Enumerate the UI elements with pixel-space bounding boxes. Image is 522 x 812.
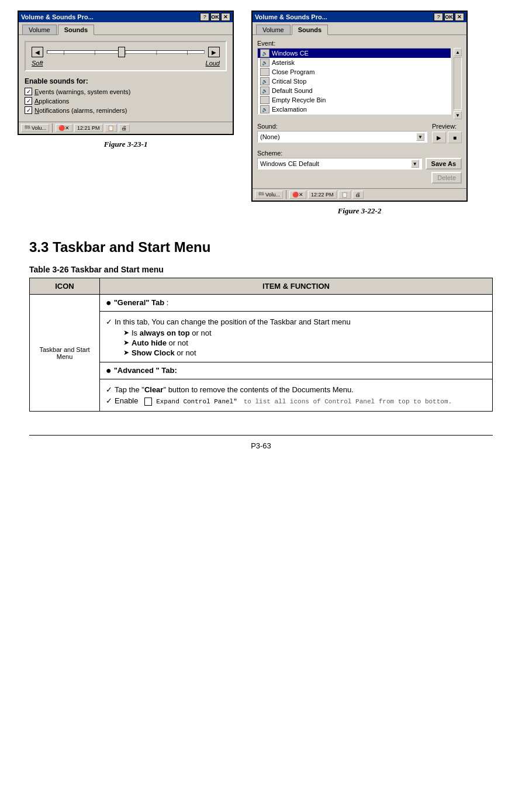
- footer-area: P3-63: [29, 435, 493, 450]
- event-icon-exclamation: 🔊: [260, 105, 269, 113]
- figure2-titlebar: Volume & Sounds Pro... ? OK ✕: [253, 12, 466, 22]
- close-button[interactable]: ✕: [221, 13, 230, 21]
- checkbox-events-box[interactable]: ✓: [25, 88, 32, 95]
- page-footer: P3-63: [29, 441, 493, 450]
- start-button-fig2[interactable]: 🏁 Volu...: [255, 191, 283, 199]
- enable-sounds-title: Enable sounds for:: [25, 77, 227, 85]
- clock-display-fig1: 12:21 PM: [77, 125, 100, 131]
- scheme-dropdown[interactable]: Windows CE Default ▼: [257, 158, 422, 170]
- taskbar-icon3[interactable]: 🖨: [119, 124, 130, 132]
- clear-desc: Tap the "Clear" button to remove the con…: [115, 385, 354, 394]
- vol-labels: Soft Loud: [32, 60, 220, 67]
- event-icon-close: [260, 68, 269, 76]
- event-exclamation[interactable]: 🔊 Exclamation: [258, 105, 451, 114]
- general-tab-desc-cell: ✓ In this tab, You can change the positi…: [100, 312, 493, 362]
- checkbox-applications[interactable]: ✓ Applications: [25, 97, 227, 105]
- slider-track[interactable]: | | | | |: [47, 50, 205, 54]
- event-critical-stop[interactable]: 🔊 Critical Stop: [258, 77, 451, 86]
- taskbar-sep1: [52, 123, 53, 133]
- close-button-fig2[interactable]: ✕: [455, 13, 464, 21]
- figure2-sounds-content: Event: 🔊 Windows CE 🔊 Asterisk: [253, 35, 466, 188]
- tab-sounds-fig1[interactable]: Sounds: [58, 25, 94, 35]
- checkbox-events[interactable]: ✓ Events (warnings, system events): [25, 88, 227, 95]
- scheme-label: Scheme:: [257, 150, 462, 157]
- ok-button-fig2[interactable]: OK: [444, 13, 454, 21]
- sound-dropdown-arrow[interactable]: ▼: [416, 133, 424, 141]
- scroll-up-button[interactable]: ▲: [454, 48, 462, 56]
- checkmark-clear: ✓: [106, 385, 112, 394]
- tab-sounds-fig2[interactable]: Sounds: [292, 25, 328, 35]
- tab-volume-fig2[interactable]: Volume: [256, 25, 291, 34]
- taskbar-icon1[interactable]: 🔴✕: [56, 124, 72, 132]
- event-windows-ce[interactable]: 🔊 Windows CE: [258, 49, 451, 58]
- checkbox-applications-label: Applications: [34, 98, 69, 105]
- taskbar2-icon2[interactable]: 📋: [338, 191, 351, 199]
- checkbox-notifications-box[interactable]: ✓: [25, 106, 32, 114]
- event-empty-recycle[interactable]: Empty Recycle Bin: [258, 95, 451, 105]
- figure1-tabs: Volume Sounds: [19, 22, 233, 35]
- general-tab-cell: ● "General" Tab :: [100, 295, 493, 312]
- scheme-dropdown-value: Windows CE Default: [260, 160, 319, 167]
- event-list[interactable]: 🔊 Windows CE 🔊 Asterisk Close Program: [257, 48, 451, 115]
- figure2-titlebar-buttons: ? OK ✕: [434, 13, 464, 21]
- event-icon-recycle: [260, 96, 269, 104]
- event-close-program[interactable]: Close Program: [258, 67, 451, 77]
- taskbar2-icon3[interactable]: 🖨: [352, 191, 364, 199]
- sub-item-show-clock: ➤ Show Clock or not: [123, 348, 486, 357]
- general-tab-row: ● "General" Tab :: [106, 298, 486, 307]
- clock-display-fig2: 12:22 PM: [311, 192, 334, 198]
- event-name-exclamation: Exclamation: [272, 106, 307, 113]
- vol-increase-button[interactable]: ▶: [208, 47, 220, 57]
- checkbox-notifications[interactable]: ✓ Notifications (alarms, reminders): [25, 106, 227, 114]
- slider-row: ◀ | | | | | ▶: [32, 47, 220, 57]
- event-icon-asterisk: 🔊: [260, 58, 269, 67]
- save-as-button[interactable]: Save As: [426, 158, 462, 170]
- expand-label: Expand Control Panel": [156, 398, 237, 405]
- sub-label-always-on-top: Is always on top or not: [132, 329, 212, 337]
- figure1-window: Volume & Sounds Pro... ? OK ✕ Volume Sou…: [18, 11, 234, 135]
- event-name-wince: Windows CE: [272, 50, 309, 57]
- figure1-content: ◀ | | | | | ▶: [19, 35, 233, 122]
- start-button-fig1[interactable]: 🏁 Volu...: [21, 124, 49, 132]
- vol-decrease-button[interactable]: ◀: [32, 47, 43, 57]
- scroll-thumb: [454, 57, 462, 110]
- delete-button[interactable]: Delete: [431, 172, 462, 184]
- checkbox-applications-box[interactable]: ✓: [25, 97, 32, 105]
- arrow-always-on-top: ➤: [123, 329, 129, 337]
- taskbar-icon2[interactable]: 📋: [105, 124, 117, 132]
- figure2-window: Volume & Sounds Pro... ? OK ✕ Volume Sou…: [251, 11, 468, 202]
- help-button[interactable]: ?: [200, 13, 209, 21]
- arrow-auto-hide: ➤: [123, 338, 129, 347]
- taskbar-icon-cell: Taskbar and Start Menu: [30, 295, 100, 412]
- scheme-dropdown-arrow[interactable]: ▼: [411, 160, 419, 168]
- preview-play-button[interactable]: ▶: [432, 132, 446, 143]
- vol-soft-label: Soft: [32, 60, 43, 67]
- preview-buttons: ▶ ■: [432, 132, 462, 143]
- sound-dropdown[interactable]: (None) ▼: [257, 131, 427, 143]
- event-scrollbar[interactable]: ▲ ▼: [454, 48, 462, 119]
- table-title: Table 3-26 Taskbar and Start menu: [29, 265, 493, 274]
- section-heading: 3.3 Taskbar and Start Menu: [29, 239, 493, 255]
- sound-dropdown-row: (None) ▼: [257, 131, 427, 143]
- scroll-down-button[interactable]: ▼: [454, 111, 462, 119]
- bullet-dot-general: ●: [106, 298, 112, 307]
- check-item-clear: ✓ Tap the "Clear" button to remove the c…: [106, 385, 486, 394]
- event-icon-default: 🔊: [260, 87, 269, 95]
- tab-volume-fig1[interactable]: Volume: [22, 25, 57, 34]
- event-name-critical: Critical Stop: [272, 78, 306, 85]
- taskbar2-icon1[interactable]: 🔴✕: [289, 191, 306, 199]
- event-name-recycle: Empty Recycle Bin: [272, 96, 326, 103]
- taskbar-sep2: [286, 190, 286, 199]
- event-icon-wince: 🔊: [260, 49, 269, 57]
- figure1-titlebar: Volume & Sounds Pro... ? OK ✕: [19, 12, 233, 22]
- help-button-fig2[interactable]: ?: [434, 13, 443, 21]
- checkbox-events-label: Events (warnings, system events): [34, 88, 130, 95]
- event-default-sound[interactable]: 🔊 Default Sound: [258, 86, 451, 95]
- slider-thumb[interactable]: [118, 47, 125, 57]
- check-item-enable: ✓ Enable Expand Control Panel" to list a…: [106, 396, 486, 405]
- figure2-taskbar: 🏁 Volu... 🔴✕ 12:22 PM 📋 🖨: [253, 188, 466, 201]
- ok-button[interactable]: OK: [210, 13, 220, 21]
- sound-dropdown-value: (None): [260, 133, 280, 140]
- event-asterisk[interactable]: 🔊 Asterisk: [258, 58, 451, 67]
- preview-stop-button[interactable]: ■: [448, 132, 462, 143]
